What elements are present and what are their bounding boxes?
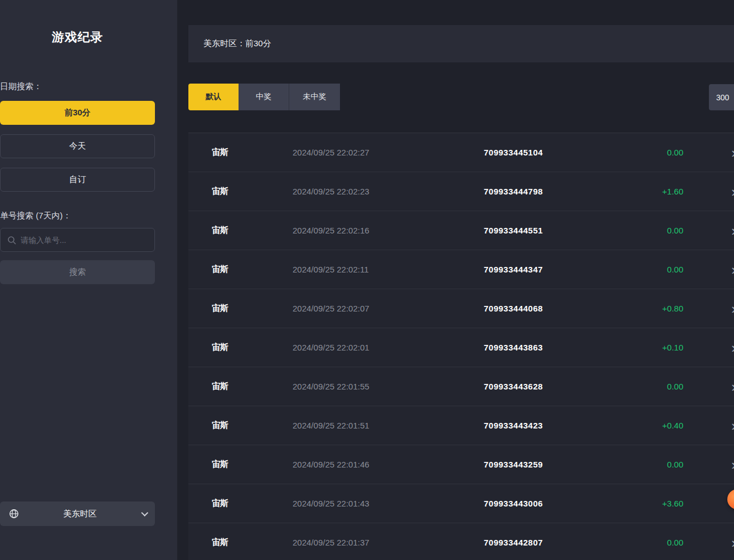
record-row[interactable]: 宙斯 2024/09/25 22:02:01 709933443863 +0.1… — [188, 328, 734, 367]
order-number: 709933442807 — [484, 538, 616, 547]
chevron-right-icon: › — [731, 535, 734, 550]
record-amount: +3.60 — [616, 499, 683, 508]
globe-icon — [9, 509, 19, 519]
chevron-right-icon: › — [731, 418, 734, 433]
order-search-box — [0, 228, 155, 252]
record-row[interactable]: 宙斯 2024/09/25 22:02:27 709933445104 0.00… — [188, 133, 734, 172]
tab-default[interactable]: 默认 — [188, 84, 239, 110]
date-filter-custom-button[interactable]: 自订 — [0, 168, 155, 192]
record-row[interactable]: 宙斯 2024/09/25 22:02:16 709933444551 0.00… — [188, 211, 734, 250]
game-name: 宙斯 — [212, 537, 293, 548]
date-filter-today-button[interactable]: 今天 — [0, 134, 155, 158]
record-row[interactable]: 宙斯 2024/09/25 22:01:43 709933443006 +3.6… — [188, 484, 734, 523]
chevron-right-icon: › — [731, 301, 734, 316]
record-row[interactable]: 宙斯 2024/09/25 22:02:11 709933444347 0.00… — [188, 250, 734, 289]
search-icon — [7, 236, 16, 245]
game-name: 宙斯 — [212, 381, 293, 392]
record-amount: 0.00 — [616, 460, 683, 469]
record-amount: 0.00 — [616, 538, 683, 547]
record-row[interactable]: 宙斯 2024/09/25 22:01:37 709933442807 0.00… — [188, 523, 734, 560]
record-time: 2024/09/25 22:02:16 — [293, 226, 484, 235]
game-name: 宙斯 — [212, 225, 293, 236]
chevron-right-icon: › — [731, 262, 734, 277]
game-name: 宙斯 — [212, 498, 293, 509]
date-search-label: 日期搜索： — [0, 81, 155, 91]
record-amount: +0.80 — [616, 304, 683, 313]
order-number: 709933444798 — [484, 187, 616, 196]
record-time: 2024/09/25 22:02:07 — [293, 304, 484, 313]
record-time: 2024/09/25 22:01:46 — [293, 460, 484, 469]
record-row[interactable]: 宙斯 2024/09/25 22:01:55 709933443628 0.00… — [188, 367, 734, 406]
game-name: 宙斯 — [212, 186, 293, 197]
chevron-right-icon: › — [731, 145, 734, 160]
tab-no-win[interactable]: 未中奖 — [289, 84, 340, 110]
header-title: 美东时区：前30分 — [203, 38, 271, 49]
record-time: 2024/09/25 22:02:01 — [293, 343, 484, 352]
game-name: 宙斯 — [212, 303, 293, 314]
chevron-right-icon: › — [731, 184, 734, 199]
order-number: 709933443628 — [484, 382, 616, 391]
record-time: 2024/09/25 22:02:27 — [293, 148, 484, 157]
order-number: 709933444347 — [484, 265, 616, 274]
game-name: 宙斯 — [212, 459, 293, 470]
chevron-right-icon: › — [731, 457, 734, 472]
order-number: 709933443006 — [484, 499, 616, 508]
header-bar: 美东时区：前30分 — [188, 25, 734, 62]
records-list: 宙斯 2024/09/25 22:02:27 709933445104 0.00… — [188, 133, 734, 560]
record-amount: +0.10 — [616, 343, 683, 352]
search-button[interactable]: 搜索 — [0, 260, 155, 284]
record-amount: +1.60 — [616, 187, 683, 196]
order-number: 709933443863 — [484, 343, 616, 352]
page-size-button[interactable]: 300 — [709, 84, 734, 110]
timezone-label: 美东时区 — [19, 509, 141, 519]
record-amount: +0.40 — [616, 421, 683, 430]
order-number: 709933444551 — [484, 226, 616, 235]
tab-win[interactable]: 中奖 — [239, 84, 289, 110]
record-time: 2024/09/25 22:01:51 — [293, 421, 484, 430]
record-row[interactable]: 宙斯 2024/09/25 22:02:07 709933444068 +0.8… — [188, 289, 734, 328]
game-name: 宙斯 — [212, 147, 293, 158]
sidebar: 游戏纪录 日期搜索： 前30分 今天 自订 单号搜索 (7天内)： 搜索 美东时… — [0, 0, 177, 560]
record-time: 2024/09/25 22:02:11 — [293, 265, 484, 274]
timezone-selector[interactable]: 美东时区 — [0, 501, 155, 526]
chevron-right-icon: › — [731, 223, 734, 238]
order-number: 709933445104 — [484, 148, 616, 157]
chevron-right-icon: › — [731, 340, 734, 355]
date-filter-last30min-button[interactable]: 前30分 — [0, 101, 155, 125]
game-name: 宙斯 — [212, 420, 293, 431]
order-number: 709933443423 — [484, 421, 616, 430]
chevron-right-icon: › — [731, 379, 734, 394]
record-time: 2024/09/25 22:01:55 — [293, 382, 484, 391]
record-amount: 0.00 — [616, 226, 683, 235]
record-amount: 0.00 — [616, 265, 683, 274]
record-row[interactable]: 宙斯 2024/09/25 22:02:23 709933444798 +1.6… — [188, 172, 734, 211]
order-number: 709933443259 — [484, 460, 616, 469]
order-search-label: 单号搜索 (7天内)： — [0, 211, 155, 221]
record-time: 2024/09/25 22:01:43 — [293, 499, 484, 508]
record-time: 2024/09/25 22:02:23 — [293, 187, 484, 196]
main-content: 美东时区：前30分 默认 中奖 未中奖 300 宙斯 2024/09/25 22… — [177, 0, 734, 560]
game-name: 宙斯 — [212, 342, 293, 353]
game-name: 宙斯 — [212, 264, 293, 275]
record-row[interactable]: 宙斯 2024/09/25 22:01:51 709933443423 +0.4… — [188, 406, 734, 445]
page-title: 游戏纪录 — [0, 29, 155, 46]
order-search-input[interactable] — [21, 236, 148, 245]
chevron-down-icon — [141, 509, 148, 517]
record-time: 2024/09/25 22:01:37 — [293, 538, 484, 547]
record-amount: 0.00 — [616, 382, 683, 391]
order-number: 709933444068 — [484, 304, 616, 313]
record-amount: 0.00 — [616, 148, 683, 157]
record-row[interactable]: 宙斯 2024/09/25 22:01:46 709933443259 0.00… — [188, 445, 734, 484]
filter-tabs: 默认 中奖 未中奖 300 — [188, 84, 734, 110]
